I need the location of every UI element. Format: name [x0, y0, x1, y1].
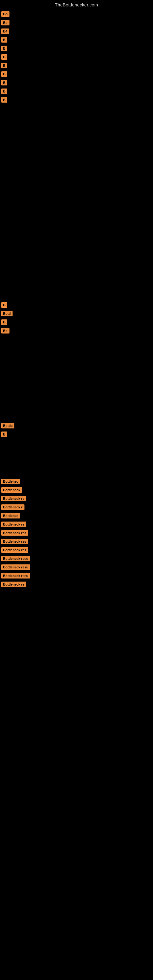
list-item: Bottle [0, 422, 153, 430]
badge-b8[interactable]: B [1, 72, 7, 77]
list-item: Bo [0, 326, 153, 335]
badge-m4[interactable]: Bo [1, 328, 10, 334]
list-item: B [0, 95, 153, 104]
list-item: Bottleneck resu [0, 554, 153, 563]
list-item: Bottleneck r [0, 503, 153, 511]
list-item: Bottleneck res [0, 546, 153, 554]
chart-area-3 [0, 439, 153, 476]
list-item: Bottleneck re [0, 494, 153, 503]
lower-badges-section: Bottle B [0, 422, 153, 439]
badge-b3[interactable]: B4 [1, 29, 9, 34]
badge-bb2[interactable]: Bottleneck [1, 487, 22, 493]
badge-b5[interactable]: B [1, 46, 7, 51]
badge-bb13[interactable]: Bottleneck re [1, 582, 26, 587]
list-item: B [0, 78, 153, 87]
badge-bb12[interactable]: Bottleneck resu [1, 573, 30, 579]
badge-bb9[interactable]: Bottleneck res [1, 547, 28, 553]
badge-bb10[interactable]: Bottleneck resu [1, 556, 30, 562]
list-item: B [0, 44, 153, 52]
badge-b11[interactable]: B [1, 97, 7, 103]
list-item: B [0, 430, 153, 439]
list-item: B [0, 70, 153, 78]
badge-bb11[interactable]: Bottleneck resu [1, 565, 30, 570]
list-item: B [0, 318, 153, 326]
badge-bb8[interactable]: Bottleneck res [1, 539, 28, 544]
badge-b2[interactable]: Bo [1, 20, 10, 25]
badge-b7[interactable]: B [1, 63, 7, 68]
list-item: Bo [0, 18, 153, 27]
badge-m1[interactable]: B [1, 302, 7, 308]
chart-area-2 [0, 336, 153, 422]
badge-bb7[interactable]: Bottleneck res [1, 530, 28, 536]
list-item: Bottleneck res [0, 528, 153, 537]
badge-b9[interactable]: B [1, 80, 7, 86]
list-item: Bottleneck re [0, 580, 153, 589]
middle-badges-section: B Bottl B Bo [0, 301, 153, 335]
badge-l2[interactable]: B [1, 431, 7, 437]
badge-b10[interactable]: B [1, 89, 7, 94]
badge-b1[interactable]: Bo [1, 11, 10, 17]
list-item: B [0, 301, 153, 309]
chart-area-1 [0, 105, 153, 301]
list-item: Bo [0, 10, 153, 18]
badge-m2[interactable]: Bottl [1, 311, 13, 317]
list-item: Bottlenec [0, 511, 153, 520]
badge-bb6[interactable]: Bottleneck re [1, 522, 26, 527]
bottom-badges-section: Bottlenec Bottleneck Bottleneck re Bottl… [0, 476, 153, 590]
badge-m3[interactable]: B [1, 320, 7, 325]
list-item: Bottleneck res [0, 537, 153, 546]
site-title: TheBottlenecker.com [0, 0, 153, 10]
top-badges-section: Bo Bo B4 B B B B B B B B [0, 10, 153, 104]
list-item: Bottlenec [0, 477, 153, 486]
list-item: Bottleneck re [0, 520, 153, 528]
badge-l1[interactable]: Bottle [1, 423, 14, 428]
badge-bb1[interactable]: Bottlenec [1, 479, 20, 484]
list-item: B [0, 87, 153, 95]
list-item: Bottl [0, 309, 153, 318]
badge-bb4[interactable]: Bottleneck r [1, 504, 24, 510]
list-item: B [0, 61, 153, 70]
badge-bb3[interactable]: Bottleneck re [1, 496, 26, 501]
list-item: Bottleneck resu [0, 563, 153, 571]
badge-bb5[interactable]: Bottlenec [1, 513, 20, 519]
badge-b4[interactable]: B [1, 37, 7, 43]
list-item: B [0, 35, 153, 44]
list-item: B4 [0, 27, 153, 35]
badge-b6[interactable]: B [1, 54, 7, 60]
list-item: B [0, 52, 153, 61]
list-item: Bottleneck [0, 486, 153, 494]
list-item: Bottleneck resu [0, 571, 153, 580]
